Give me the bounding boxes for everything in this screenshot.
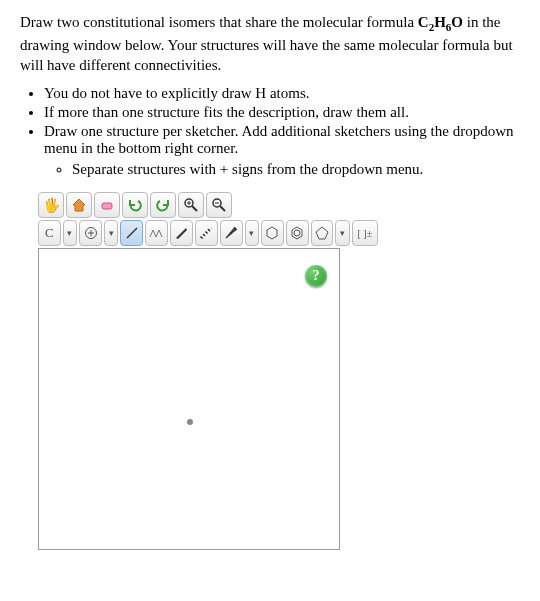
undo-icon bbox=[127, 197, 143, 213]
svg-line-17 bbox=[230, 232, 232, 234]
charge-icon bbox=[84, 226, 98, 240]
help-label: ? bbox=[313, 268, 320, 284]
list-item: Separate structures with + signs from th… bbox=[72, 161, 520, 178]
hexagon-ring-button[interactable] bbox=[261, 220, 284, 246]
svg-line-18 bbox=[232, 230, 234, 232]
canvas-start-dot bbox=[187, 419, 193, 425]
chain-bond-icon bbox=[148, 225, 164, 241]
hash-bond-icon bbox=[223, 225, 239, 241]
single-bond-icon bbox=[124, 225, 140, 241]
redo-icon bbox=[155, 197, 171, 213]
redo-button[interactable] bbox=[150, 192, 176, 218]
atom-dropdown[interactable]: ▾ bbox=[63, 220, 77, 246]
instruction-sublist: Separate structures with + signs from th… bbox=[72, 161, 520, 178]
svg-marker-13 bbox=[176, 228, 187, 239]
chain-bond-button[interactable] bbox=[145, 220, 168, 246]
eraser-icon bbox=[99, 197, 115, 213]
zoom-out-icon bbox=[211, 197, 227, 213]
bond-dropdown[interactable]: ▾ bbox=[245, 220, 259, 246]
wedge-bond-icon bbox=[173, 225, 189, 241]
dash-bond-button[interactable] bbox=[195, 220, 218, 246]
zoom-out-button[interactable] bbox=[206, 192, 232, 218]
zoom-in-button[interactable] bbox=[178, 192, 204, 218]
bracket-button[interactable]: [ ]± bbox=[352, 220, 378, 246]
svg-rect-1 bbox=[102, 203, 112, 209]
drawing-canvas[interactable]: ? bbox=[38, 248, 340, 550]
hand-icon: 🖐 bbox=[43, 197, 59, 213]
benzene-ring-button[interactable] bbox=[286, 220, 309, 246]
svg-line-3 bbox=[192, 206, 197, 211]
question-intro-a: Draw two constitutional isomers that sha… bbox=[20, 14, 418, 30]
pentagon-icon bbox=[314, 225, 330, 241]
help-button[interactable]: ? bbox=[305, 265, 327, 287]
charge-button[interactable] bbox=[79, 220, 102, 246]
molecular-formula: C2H6O bbox=[418, 14, 463, 30]
undo-button[interactable] bbox=[122, 192, 148, 218]
svg-marker-23 bbox=[316, 227, 328, 239]
question-text: Draw two constitutional isomers that sha… bbox=[20, 12, 520, 75]
home-icon bbox=[71, 197, 87, 213]
svg-line-12 bbox=[127, 228, 137, 238]
svg-line-7 bbox=[220, 206, 225, 211]
instruction-list: You do not have to explicitly draw H ato… bbox=[44, 85, 520, 178]
list-item: Draw one structure per sketcher. Add add… bbox=[44, 123, 520, 157]
list-item: If more than one structure fits the desc… bbox=[44, 104, 520, 121]
single-bond-button[interactable] bbox=[120, 220, 143, 246]
list-item: You do not have to explicitly draw H ato… bbox=[44, 85, 520, 102]
svg-text:🖐: 🖐 bbox=[43, 197, 59, 213]
hexagon-icon bbox=[264, 225, 280, 241]
zoom-in-icon bbox=[183, 197, 199, 213]
svg-line-15 bbox=[226, 236, 228, 238]
pentagon-ring-button[interactable] bbox=[311, 220, 334, 246]
svg-point-22 bbox=[294, 230, 300, 236]
svg-marker-20 bbox=[267, 227, 277, 239]
bracket-label: [ ]± bbox=[358, 228, 373, 239]
svg-line-16 bbox=[228, 234, 230, 236]
atom-button[interactable]: C bbox=[38, 220, 61, 246]
svg-line-14 bbox=[201, 228, 211, 238]
sketcher-widget: 🖐 C ▾ ▾ bbox=[38, 192, 378, 550]
benzene-icon bbox=[289, 225, 305, 241]
home-button[interactable] bbox=[66, 192, 92, 218]
hash-bond-button[interactable] bbox=[220, 220, 243, 246]
toolbar-row-1: 🖐 bbox=[38, 192, 378, 218]
wedge-bond-button[interactable] bbox=[170, 220, 193, 246]
dash-bond-icon bbox=[198, 225, 214, 241]
atom-label: C bbox=[45, 225, 54, 241]
ring-dropdown[interactable]: ▾ bbox=[335, 220, 349, 246]
eraser-button[interactable] bbox=[94, 192, 120, 218]
charge-dropdown[interactable]: ▾ bbox=[104, 220, 118, 246]
toolbar-row-2: C ▾ ▾ ▾ bbox=[38, 220, 378, 246]
svg-line-19 bbox=[234, 228, 236, 230]
move-tool-button[interactable]: 🖐 bbox=[38, 192, 64, 218]
